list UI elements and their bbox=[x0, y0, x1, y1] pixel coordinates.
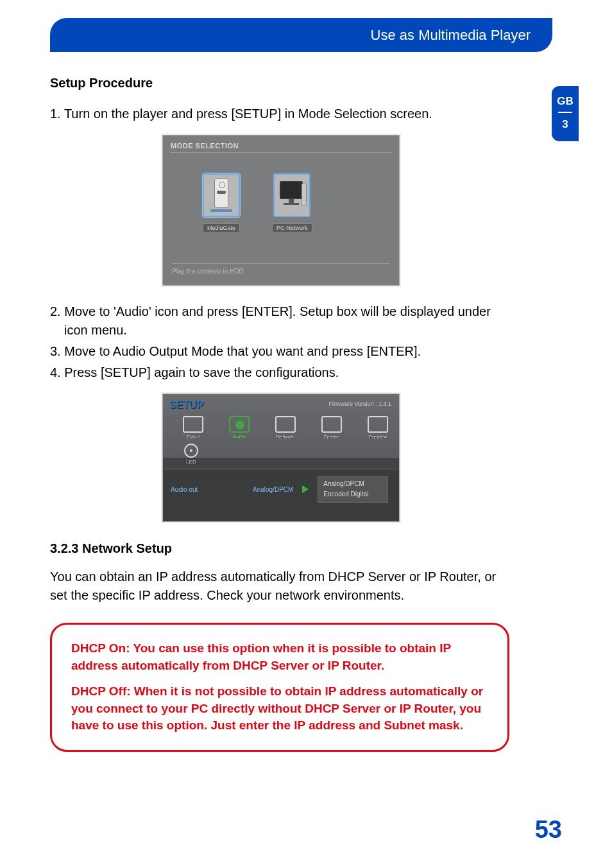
led-icon: LED bbox=[178, 444, 204, 465]
side-tab-lang: GB bbox=[552, 95, 579, 108]
step-item: 1. Turn on the player and press [SETUP] … bbox=[50, 105, 512, 123]
mediagate-icon bbox=[203, 173, 240, 217]
audio-option: Encoded Digital bbox=[323, 489, 382, 499]
page-content: Setup Procedure 1. Turn on the player an… bbox=[50, 76, 512, 752]
audio-option: Analog/DPCM bbox=[323, 479, 382, 489]
screen-icon: Screen bbox=[317, 416, 346, 440]
mediagate-item: MediaGate bbox=[203, 173, 240, 232]
audio-out-label: Audio out bbox=[171, 486, 248, 493]
network-icon: Network bbox=[271, 416, 300, 440]
network-setup-body: You can obtain an IP address automatical… bbox=[50, 568, 512, 605]
mode-selection-footer: Play the contents in HDD bbox=[172, 263, 390, 275]
dhcp-on-text: DHCP On: You can use this option when it… bbox=[71, 640, 488, 674]
firmware-version: Firmware Version : 1.3.1 bbox=[328, 401, 391, 407]
setup-icon-row-2: LED bbox=[178, 444, 393, 465]
audio-options-list: Analog/DPCM Encoded Digital bbox=[318, 476, 388, 503]
mediagate-label: MediaGate bbox=[203, 223, 240, 232]
steps-group-b: 2. Move to 'Audio' icon and press [ENTER… bbox=[50, 302, 512, 382]
pcnetwork-label: PC-Network bbox=[272, 223, 312, 232]
setup-options-panel: Audio out Analog/DPCM Analog/DPCM Encode… bbox=[163, 469, 399, 521]
pcnetwork-item: PC-Network bbox=[272, 173, 312, 232]
mode-selection-screenshot: MODE SELECTION MediaGate PC-Network Play bbox=[162, 135, 400, 286]
setup-icon-row: TVout Audio Network Screen Preview bbox=[178, 416, 393, 440]
chapter-header-title: Use as Multimedia Player bbox=[371, 27, 531, 44]
mode-selection-title: MODE SELECTION bbox=[171, 142, 391, 153]
setup-procedure-heading: Setup Procedure bbox=[50, 76, 512, 91]
side-tab-chapter: 3 bbox=[552, 118, 579, 131]
side-tab: GB 3 bbox=[552, 86, 579, 141]
page-number: 53 bbox=[535, 816, 562, 844]
dhcp-callout: DHCP On: You can use this option when it… bbox=[50, 623, 509, 752]
audio-icon: Audio bbox=[225, 416, 254, 440]
play-triangle-icon bbox=[302, 485, 309, 493]
pcnetwork-icon bbox=[273, 173, 310, 217]
chapter-header: Use as Multimedia Player bbox=[50, 18, 552, 52]
preview-icon: Preview bbox=[363, 416, 393, 440]
step-item: 2. Move to 'Audio' icon and press [ENTER… bbox=[50, 302, 512, 340]
network-setup-heading: 3.2.3 Network Setup bbox=[50, 541, 512, 556]
dhcp-off-text: DHCP Off: When it is not possible to obt… bbox=[71, 683, 488, 734]
audio-out-value: Analog/DPCM bbox=[253, 486, 293, 493]
step-item: 4. Press [SETUP] again to save the confi… bbox=[50, 363, 512, 382]
steps-group-a: 1. Turn on the player and press [SETUP] … bbox=[50, 105, 512, 123]
mode-selection-row: MediaGate PC-Network bbox=[203, 173, 391, 232]
side-tab-divider bbox=[558, 112, 572, 113]
tvout-icon: TVout bbox=[178, 416, 208, 440]
step-item: 3. Move to Audio Output Mode that you wa… bbox=[50, 342, 512, 361]
setup-screenshot: SETUP Firmware Version : 1.3.1 TVout Aud… bbox=[162, 394, 400, 522]
